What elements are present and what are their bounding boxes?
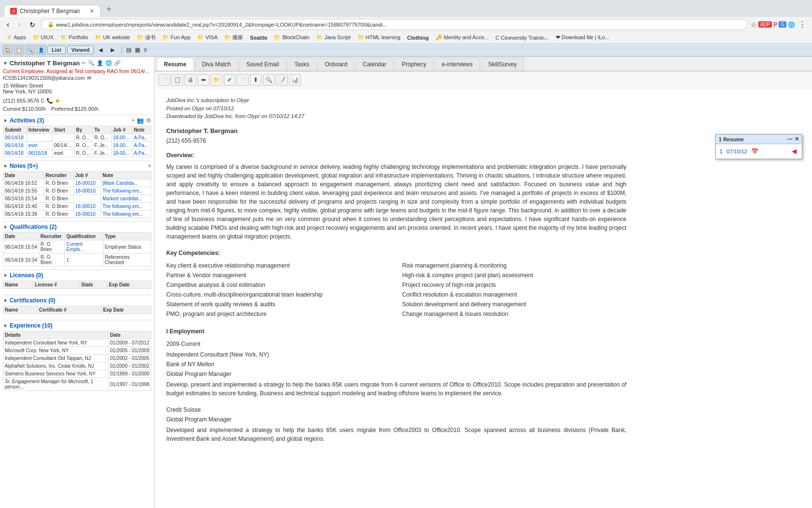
toolbar-icon-10[interactable]: 📝 [276, 74, 288, 86]
viewed-button[interactable]: Viewed [67, 45, 94, 54]
notes-add-icon[interactable]: + [148, 163, 151, 169]
globe-icon[interactable]: 🌐 [105, 60, 112, 66]
bookmark-visa[interactable]: 📁 VISA [195, 33, 219, 42]
bookmark-clothing[interactable]: Clothing [405, 34, 431, 42]
bookmark-uiux[interactable]: 📁 UIUX [31, 33, 56, 42]
activity-person-icon[interactable]: 👥 [137, 117, 144, 124]
certifications-header[interactable]: ▼ Certifications (0) [3, 297, 151, 304]
notes-header[interactable]: ▼ Notes (5+) + [3, 163, 151, 169]
bookmark-blockchain[interactable]: 📁 BlockChain [272, 33, 311, 42]
bookmark-uk[interactable]: 📁 UK website [93, 33, 132, 42]
view-icon-3[interactable]: ≡ [143, 45, 148, 54]
bookmark-cine[interactable]: C Cineversity Trainin... [493, 34, 551, 42]
role2-desc: Developed and implemented a strategy to … [166, 426, 626, 443]
star-icon[interactable]: ☆ [751, 21, 757, 29]
tab-calendar[interactable]: Calendar [355, 58, 393, 71]
tab-tasks[interactable]: Tasks [287, 58, 317, 71]
reload-button[interactable]: ↻ [27, 20, 38, 30]
section-collapse-icon[interactable]: ▼ [3, 60, 8, 66]
email-icon[interactable]: ✉ [87, 75, 91, 81]
edit-icon[interactable]: ✏ [82, 60, 86, 66]
forward-button[interactable]: › [15, 19, 23, 30]
toolbar-icon-8[interactable]: ⬆ [250, 74, 261, 86]
active-tab[interactable]: J Christopher T Bergman ✕ [4, 5, 101, 17]
qualifications-header[interactable]: ▼ Qualifications (2) [3, 224, 151, 230]
tab-diva-match[interactable]: Diva Match [195, 58, 238, 71]
tab-resume[interactable]: Resume [157, 58, 194, 71]
activities-collapse[interactable]: ▼ [3, 118, 8, 123]
link-icon[interactable]: 🔗 [114, 60, 121, 66]
note-row[interactable]: 06/14/18 15:54 R. O Brien Marked candida… [3, 195, 151, 203]
bookmark-portfolio[interactable]: 📁 Portfolio [58, 33, 90, 42]
note-row[interactable]: 06/14/18 15:55 R. O Brien 18-00010 The f… [3, 187, 151, 195]
bookmark-apps[interactable]: ⚡ Apps [4, 33, 28, 42]
experience-header[interactable]: ▼ Experience (10) [3, 322, 151, 329]
nav-next[interactable]: ► [107, 46, 118, 54]
licenses-header[interactable]: ▼ Licenses (0) [3, 272, 151, 279]
activities-header[interactable]: ▼ Activities (3) + 👥 ⚙ [3, 117, 151, 124]
menu-button[interactable]: ⋮ [797, 19, 808, 30]
toolbar-icon-3[interactable]: 🖨 [185, 74, 196, 86]
extension-icon-2[interactable]: P [773, 21, 777, 28]
new-tab-button[interactable]: + [102, 2, 116, 17]
view-icon-1[interactable]: ▤ [125, 45, 132, 54]
url-text[interactable]: www1.jobdiva.com/employers/myreports/vie… [56, 22, 387, 28]
nav-prev[interactable]: ◄ [95, 46, 106, 54]
toolbar-icon-4[interactable]: ➡ [198, 74, 209, 86]
note-row[interactable]: 06/14/18 16:52 R. O Brien 18-00010 [Mark… [3, 179, 151, 187]
float-close[interactable]: ✕ [795, 136, 799, 142]
lic-collapse[interactable]: ▼ [3, 273, 8, 278]
bookmark-seattle[interactable]: Seattle [248, 34, 269, 42]
activity-row[interactable]: 06/14/18 06/15/18 eset R. O... F. Je... … [3, 149, 151, 157]
bookmark-html[interactable]: 📁 HTML learning [356, 33, 403, 42]
activity-filter-icon[interactable]: ⚙ [146, 117, 151, 124]
tab-prophecy[interactable]: Prophecy [394, 58, 434, 71]
toolbar-icon-7[interactable]: 📄 [237, 74, 248, 86]
tab-close-icon[interactable]: ✕ [89, 8, 94, 15]
back-button[interactable]: ‹ [4, 19, 12, 30]
app-icon-4[interactable]: 👤 [36, 45, 46, 55]
bookmark-banjia[interactable]: 📁 搬家 [222, 33, 245, 42]
person-icon[interactable]: 👤 [97, 60, 103, 66]
note-row[interactable]: 06/14/18 15:38 R. O Brien 18-00010 The f… [3, 210, 151, 218]
search-icon[interactable]: 🔍 [88, 60, 95, 66]
status-line: Current Employee. Assigned at Test compa… [3, 68, 151, 74]
extension-icon-1[interactable]: ADP [758, 21, 772, 28]
tab-einterviews[interactable]: e-interviews [435, 58, 480, 71]
extension-icon-3[interactable]: G [779, 21, 786, 28]
toolbar-icon-2[interactable]: 📋 [172, 74, 183, 86]
activity-row[interactable]: 06/14/18 R. O... R. O... 18-00... A.Pa..… [3, 134, 151, 142]
list-button[interactable]: List [47, 45, 66, 54]
tab-saved-email[interactable]: Saved Email [239, 58, 286, 71]
qual-collapse[interactable]: ▼ [3, 224, 8, 230]
bookmark-javascript[interactable]: 📁 Java Script [314, 33, 352, 42]
cert-collapse[interactable]: ▼ [3, 298, 8, 303]
activity-add-icon[interactable]: + [131, 117, 135, 124]
bookmark-identity[interactable]: 🔑 Identity and Acce... [434, 33, 491, 42]
extension-icon-4[interactable]: 🌐 [788, 21, 795, 28]
activity-row[interactable]: 06/14/18 eset 06/14/... R. O... F. Je...… [3, 142, 151, 149]
tab-onboard[interactable]: Onboard [318, 58, 355, 71]
app-icon-2[interactable]: 📋 [14, 45, 24, 55]
toolbar-icon-1[interactable]: 📄 [159, 74, 170, 86]
view-icon-2[interactable]: ▦ [134, 45, 141, 54]
toolbar-icon-5[interactable]: 📁 [211, 74, 222, 86]
note-date: 06/14/18 15:38 [3, 210, 44, 218]
bookmark-funapp[interactable]: 📁 Fun App [160, 33, 192, 42]
note-row[interactable]: 06/14/18 15:40 R. O Brien 18-00010 The f… [3, 203, 151, 210]
toolbar-icon-6[interactable]: ✔ [224, 74, 235, 86]
app-icon-3[interactable]: 🔍 [25, 45, 35, 55]
exp-collapse[interactable]: ▼ [3, 323, 8, 329]
main-layout: ▼ Christopher T Bergman ✏ 🔍 👤 🌐 🔗 Curren… [0, 57, 812, 508]
resume-float-arrow[interactable]: ◄ [790, 147, 798, 156]
bookmark-download[interactable]: ❤ Download file | iLo... [554, 33, 611, 42]
toolbar-icon-9[interactable]: 🔍 [263, 74, 275, 86]
bookmark-dushu[interactable]: 📁 读书 [135, 33, 158, 42]
tab-skillsurvey[interactable]: SkillSurvey [481, 58, 524, 71]
address-bar[interactable]: 🔒 www1.jobdiva.com/employers/myreports/v… [41, 19, 748, 30]
calendar-icon[interactable]: 📅 [751, 148, 758, 155]
toolbar-icon-11[interactable]: 📊 [289, 74, 301, 86]
app-icon-1[interactable]: 🏠 [3, 45, 13, 55]
float-minimize[interactable]: — [787, 136, 793, 142]
notes-collapse[interactable]: ▼ [3, 164, 8, 169]
